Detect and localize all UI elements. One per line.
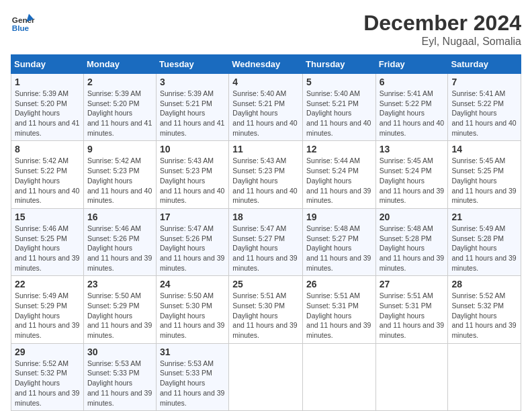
day-number: 3 <box>160 77 225 87</box>
day-info: Sunrise: 5:40 AM Sunset: 5:21 PM Dayligh… <box>232 89 299 138</box>
day-info: Sunrise: 5:41 AM Sunset: 5:22 PM Dayligh… <box>451 89 517 138</box>
day-number: 28 <box>451 279 517 289</box>
calendar-cell: 11 Sunrise: 5:43 AM Sunset: 5:23 PM Dayl… <box>229 141 303 208</box>
calendar-cell: 20 Sunrise: 5:48 AM Sunset: 5:28 PM Dayl… <box>375 208 448 275</box>
day-number: 5 <box>306 77 372 87</box>
calendar-table: SundayMondayTuesdayWednesdayThursdayFrid… <box>11 54 521 411</box>
calendar-cell: 1 Sunrise: 5:39 AM Sunset: 5:20 PM Dayli… <box>11 74 84 141</box>
day-number: 13 <box>380 144 445 154</box>
day-number: 25 <box>232 279 299 289</box>
day-info: Sunrise: 5:46 AM Sunset: 5:26 PM Dayligh… <box>87 224 152 273</box>
day-info: Sunrise: 5:39 AM Sunset: 5:21 PM Dayligh… <box>160 89 225 138</box>
day-number: 9 <box>87 144 152 154</box>
calendar-week-row: 8 Sunrise: 5:42 AM Sunset: 5:22 PM Dayli… <box>11 141 521 208</box>
calendar-cell: 18 Sunrise: 5:47 AM Sunset: 5:27 PM Dayl… <box>229 208 303 275</box>
calendar-week-row: 29 Sunrise: 5:52 AM Sunset: 5:32 PM Dayl… <box>11 343 521 410</box>
calendar-cell: 25 Sunrise: 5:51 AM Sunset: 5:30 PM Dayl… <box>229 276 303 343</box>
calendar-cell <box>375 343 448 410</box>
calendar-cell: 9 Sunrise: 5:42 AM Sunset: 5:23 PM Dayli… <box>83 141 156 208</box>
calendar-cell: 13 Sunrise: 5:45 AM Sunset: 5:24 PM Dayl… <box>375 141 448 208</box>
day-info: Sunrise: 5:51 AM Sunset: 5:31 PM Dayligh… <box>306 291 372 340</box>
logo: General Blue <box>11 11 35 35</box>
day-info: Sunrise: 5:45 AM Sunset: 5:24 PM Dayligh… <box>380 156 445 205</box>
calendar-cell: 22 Sunrise: 5:49 AM Sunset: 5:29 PM Dayl… <box>11 276 84 343</box>
day-number: 11 <box>232 144 299 154</box>
day-info: Sunrise: 5:43 AM Sunset: 5:23 PM Dayligh… <box>232 156 299 205</box>
day-info: Sunrise: 5:49 AM Sunset: 5:28 PM Dayligh… <box>451 224 517 273</box>
month-title: December 2024 <box>363 11 521 36</box>
page-header: General Blue December 2024 Eyl, Nugaal, … <box>11 11 521 48</box>
day-info: Sunrise: 5:42 AM Sunset: 5:23 PM Dayligh… <box>87 156 152 205</box>
calendar-cell: 26 Sunrise: 5:51 AM Sunset: 5:31 PM Dayl… <box>303 276 376 343</box>
calendar-cell: 15 Sunrise: 5:46 AM Sunset: 5:25 PM Dayl… <box>11 208 84 275</box>
calendar-cell: 23 Sunrise: 5:50 AM Sunset: 5:29 PM Dayl… <box>83 276 156 343</box>
calendar-cell: 12 Sunrise: 5:44 AM Sunset: 5:24 PM Dayl… <box>303 141 376 208</box>
day-number: 29 <box>15 347 80 357</box>
day-info: Sunrise: 5:51 AM Sunset: 5:30 PM Dayligh… <box>232 291 299 340</box>
day-info: Sunrise: 5:39 AM Sunset: 5:20 PM Dayligh… <box>87 89 152 138</box>
calendar-cell: 31 Sunrise: 5:53 AM Sunset: 5:33 PM Dayl… <box>157 343 229 410</box>
calendar-cell: 27 Sunrise: 5:51 AM Sunset: 5:31 PM Dayl… <box>375 276 448 343</box>
weekday-header-monday: Monday <box>83 55 156 74</box>
title-section: December 2024 Eyl, Nugaal, Somalia <box>363 11 521 48</box>
day-number: 12 <box>306 144 372 154</box>
calendar-cell: 8 Sunrise: 5:42 AM Sunset: 5:22 PM Dayli… <box>11 141 84 208</box>
calendar-cell <box>303 343 376 410</box>
day-info: Sunrise: 5:48 AM Sunset: 5:27 PM Dayligh… <box>306 224 372 273</box>
calendar-cell: 17 Sunrise: 5:47 AM Sunset: 5:26 PM Dayl… <box>157 208 229 275</box>
weekday-header-saturday: Saturday <box>448 55 521 74</box>
day-number: 27 <box>380 279 445 289</box>
logo-icon: General Blue <box>11 11 35 35</box>
day-number: 18 <box>232 212 299 222</box>
day-number: 10 <box>160 144 225 154</box>
day-number: 21 <box>451 212 517 222</box>
day-number: 19 <box>306 212 372 222</box>
day-info: Sunrise: 5:52 AM Sunset: 5:32 PM Dayligh… <box>15 359 80 408</box>
calendar-week-row: 22 Sunrise: 5:49 AM Sunset: 5:29 PM Dayl… <box>11 276 521 343</box>
calendar-cell: 6 Sunrise: 5:41 AM Sunset: 5:22 PM Dayli… <box>375 74 448 141</box>
svg-text:Blue: Blue <box>12 24 30 32</box>
calendar-cell: 24 Sunrise: 5:50 AM Sunset: 5:30 PM Dayl… <box>157 276 229 343</box>
calendar-cell: 4 Sunrise: 5:40 AM Sunset: 5:21 PM Dayli… <box>229 74 303 141</box>
calendar-cell: 14 Sunrise: 5:45 AM Sunset: 5:25 PM Dayl… <box>448 141 521 208</box>
calendar-cell: 19 Sunrise: 5:48 AM Sunset: 5:27 PM Dayl… <box>303 208 376 275</box>
calendar-cell: 30 Sunrise: 5:53 AM Sunset: 5:33 PM Dayl… <box>83 343 156 410</box>
weekday-header-wednesday: Wednesday <box>229 55 303 74</box>
day-number: 30 <box>87 347 152 357</box>
calendar-week-row: 1 Sunrise: 5:39 AM Sunset: 5:20 PM Dayli… <box>11 74 521 141</box>
day-number: 2 <box>87 77 152 87</box>
day-number: 7 <box>451 77 517 87</box>
day-info: Sunrise: 5:39 AM Sunset: 5:20 PM Dayligh… <box>15 89 80 138</box>
calendar-cell <box>448 343 521 410</box>
calendar-cell: 28 Sunrise: 5:52 AM Sunset: 5:32 PM Dayl… <box>448 276 521 343</box>
calendar-cell: 29 Sunrise: 5:52 AM Sunset: 5:32 PM Dayl… <box>11 343 84 410</box>
calendar-week-row: 15 Sunrise: 5:46 AM Sunset: 5:25 PM Dayl… <box>11 208 521 275</box>
day-number: 22 <box>15 279 80 289</box>
weekday-header-row: SundayMondayTuesdayWednesdayThursdayFrid… <box>11 55 521 74</box>
weekday-header-sunday: Sunday <box>11 55 84 74</box>
day-number: 20 <box>380 212 445 222</box>
day-info: Sunrise: 5:53 AM Sunset: 5:33 PM Dayligh… <box>87 359 152 408</box>
day-info: Sunrise: 5:42 AM Sunset: 5:22 PM Dayligh… <box>15 156 80 205</box>
day-info: Sunrise: 5:47 AM Sunset: 5:27 PM Dayligh… <box>232 224 299 273</box>
day-info: Sunrise: 5:40 AM Sunset: 5:21 PM Dayligh… <box>306 89 372 138</box>
day-info: Sunrise: 5:43 AM Sunset: 5:23 PM Dayligh… <box>160 156 225 205</box>
day-number: 15 <box>15 212 80 222</box>
weekday-header-friday: Friday <box>375 55 448 74</box>
day-info: Sunrise: 5:49 AM Sunset: 5:29 PM Dayligh… <box>15 291 80 340</box>
calendar-cell: 5 Sunrise: 5:40 AM Sunset: 5:21 PM Dayli… <box>303 74 376 141</box>
day-info: Sunrise: 5:46 AM Sunset: 5:25 PM Dayligh… <box>15 224 80 273</box>
day-number: 1 <box>15 77 80 87</box>
day-info: Sunrise: 5:50 AM Sunset: 5:30 PM Dayligh… <box>160 291 225 340</box>
calendar-cell: 3 Sunrise: 5:39 AM Sunset: 5:21 PM Dayli… <box>157 74 229 141</box>
day-info: Sunrise: 5:41 AM Sunset: 5:22 PM Dayligh… <box>380 89 445 138</box>
calendar-cell: 2 Sunrise: 5:39 AM Sunset: 5:20 PM Dayli… <box>83 74 156 141</box>
day-info: Sunrise: 5:52 AM Sunset: 5:32 PM Dayligh… <box>451 291 517 340</box>
calendar-cell: 16 Sunrise: 5:46 AM Sunset: 5:26 PM Dayl… <box>83 208 156 275</box>
day-number: 6 <box>380 77 445 87</box>
day-info: Sunrise: 5:50 AM Sunset: 5:29 PM Dayligh… <box>87 291 152 340</box>
calendar-cell: 7 Sunrise: 5:41 AM Sunset: 5:22 PM Dayli… <box>448 74 521 141</box>
weekday-header-thursday: Thursday <box>303 55 376 74</box>
day-info: Sunrise: 5:47 AM Sunset: 5:26 PM Dayligh… <box>160 224 225 273</box>
calendar-cell <box>229 343 303 410</box>
